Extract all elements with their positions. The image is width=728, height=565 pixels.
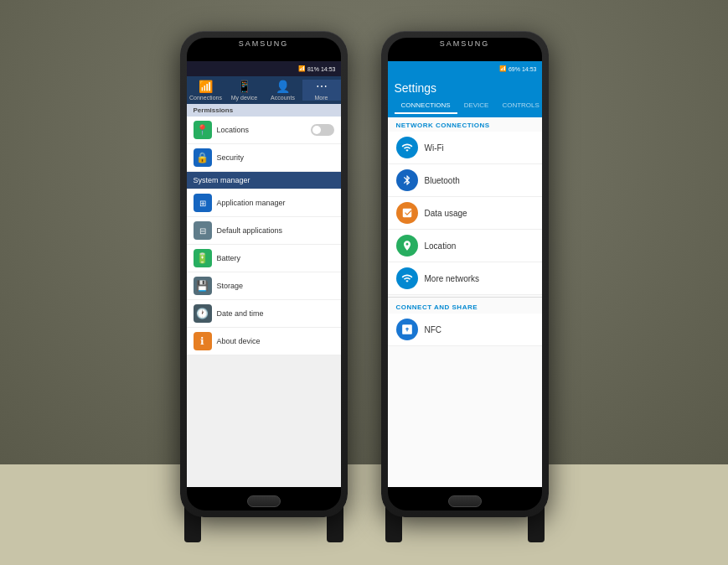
tab-device[interactable]: DEVICE	[457, 98, 496, 114]
phone1: SAMSUNG 📶 81% 14:53 📶	[180, 31, 348, 517]
system-manager-label: System manager	[194, 176, 250, 184]
toggle-knob	[312, 126, 321, 134]
phone2-screen: 📶 69% 14:53 Settings CONNECTIONS	[388, 61, 542, 487]
default-apps-label: Default applications	[217, 226, 283, 235]
nav-more-label: More	[315, 95, 328, 101]
nav-accounts[interactable]: 👤 Accounts	[264, 80, 302, 101]
permissions-header: Permissions	[187, 104, 341, 117]
settings-system-manager[interactable]: System manager	[187, 172, 341, 189]
phone2-home-button[interactable]	[448, 495, 482, 507]
phone1-screen: 📶 81% 14:53 📶 Connections 📱	[187, 61, 341, 487]
settings-datetime[interactable]: 🕐 Date and time	[187, 300, 341, 328]
phones-container: SAMSUNG 📶 81% 14:53 📶	[180, 31, 549, 534]
more-networks-label: More networks	[425, 274, 480, 283]
wifi-icon	[396, 137, 418, 158]
security-icon: 🔒	[194, 148, 212, 167]
phone1-battery-text: 81%	[307, 66, 319, 72]
conn-location[interactable]: Location	[388, 230, 542, 262]
phone1-status-bar: 📶 81% 14:53	[187, 61, 341, 76]
locations-toggle[interactable]	[311, 124, 334, 136]
conn-more-networks[interactable]: More networks	[388, 262, 542, 295]
phone2-stand: SAMSUNG 📶 69% 14:53 Settings	[381, 31, 549, 517]
app-manager-icon: ⊞	[194, 194, 212, 212]
location-label: Location	[425, 241, 457, 251]
settings-security[interactable]: 🔒 Security	[187, 144, 341, 172]
phone2-header: Settings CONNECTIONS DEVICE CONTROLS	[388, 76, 542, 117]
phone1-signal-icon: 📶	[298, 65, 306, 72]
phone2-settings-title: Settings	[395, 81, 535, 95]
nav-more[interactable]: ⋯ More	[302, 80, 341, 101]
conn-bluetooth[interactable]: Bluetooth	[388, 164, 542, 197]
phone2-content: NETWORK CONNECTIONS Wi-Fi	[388, 117, 542, 487]
phone2-status-bar: 📶 69% 14:53	[388, 61, 542, 76]
locations-label: Locations	[217, 126, 250, 134]
locations-icon: 📍	[194, 121, 212, 139]
accounts-icon: 👤	[276, 80, 290, 93]
tab-connections[interactable]: CONNECTIONS	[395, 98, 457, 114]
bluetooth-icon	[396, 169, 418, 191]
storage-label: Storage	[217, 282, 244, 290]
conn-nfc[interactable]: NFC	[388, 314, 542, 346]
network-connections-title: NETWORK CONNECTIONS	[388, 117, 542, 132]
more-icon: ⋯	[316, 80, 328, 93]
security-label: Security	[217, 153, 245, 162]
default-apps-icon: ⊟	[194, 221, 212, 240]
connections-icon: 📶	[199, 80, 213, 93]
settings-app-manager[interactable]: ⊞ Application manager	[187, 189, 341, 217]
bluetooth-label: Bluetooth	[425, 176, 460, 185]
nav-connections[interactable]: 📶 Connections	[187, 80, 225, 101]
phone1-home-button[interactable]	[247, 495, 281, 507]
phone1-inner: 📶 81% 14:53 📶 Connections 📱	[187, 38, 341, 511]
settings-locations[interactable]: 📍 Locations	[187, 117, 341, 144]
nfc-icon	[396, 319, 418, 340]
datetime-icon: 🕐	[194, 304, 212, 323]
nav-mydevice-label: My device	[231, 95, 258, 101]
conn-data-usage[interactable]: Data usage	[388, 197, 542, 230]
data-usage-icon	[396, 202, 418, 224]
phone2: SAMSUNG 📶 69% 14:53 Settings	[381, 31, 549, 517]
connect-share-title: CONNECT AND SHARE	[388, 299, 542, 314]
app-manager-label: Application manager	[217, 199, 286, 207]
settings-about[interactable]: ℹ About device	[187, 328, 341, 355]
phone2-battery-text: 69%	[509, 66, 520, 72]
phone1-stand: SAMSUNG 📶 81% 14:53 📶	[180, 31, 348, 517]
phone1-time: 14:53	[321, 66, 336, 72]
phone2-signal-icon: 📶	[499, 65, 507, 72]
section-divider	[388, 297, 542, 298]
phone2-tabs: CONNECTIONS DEVICE CONTROLS	[395, 98, 535, 114]
settings-storage[interactable]: 💾 Storage	[187, 272, 341, 300]
nav-accounts-label: Accounts	[271, 95, 295, 101]
data-usage-label: Data usage	[425, 209, 467, 218]
tab-controls[interactable]: CONTROLS	[495, 98, 541, 114]
storage-icon: 💾	[194, 277, 212, 295]
about-label: About device	[217, 337, 261, 345]
battery-icon: 🔋	[194, 249, 212, 267]
conn-wifi[interactable]: Wi-Fi	[388, 132, 542, 164]
nav-mydevice[interactable]: 📱 My device	[225, 80, 264, 101]
phone2-status-icons: 📶 69% 14:53	[499, 65, 537, 72]
battery-label: Battery	[217, 254, 241, 262]
phone1-content: Permissions 📍 Locations 🔒 Se	[187, 104, 341, 487]
nav-connections-label: Connections	[189, 95, 222, 101]
phone1-status-icons: 📶 81% 14:53	[298, 65, 336, 72]
phone2-inner: 📶 69% 14:53 Settings CONNECTIONS	[388, 38, 542, 511]
phone1-nav: 📶 Connections 📱 My device 👤 Accounts	[187, 76, 341, 104]
settings-battery[interactable]: 🔋 Battery	[187, 245, 341, 272]
datetime-label: Date and time	[217, 309, 264, 318]
location-icon	[396, 235, 418, 257]
more-networks-icon	[396, 267, 418, 289]
about-icon: ℹ	[194, 332, 212, 350]
phone2-time: 14:53	[522, 66, 537, 72]
nfc-label: NFC	[425, 325, 442, 334]
settings-default-apps[interactable]: ⊟ Default applications	[187, 217, 341, 245]
wifi-label: Wi-Fi	[425, 143, 444, 153]
mydevice-icon: 📱	[237, 80, 251, 93]
